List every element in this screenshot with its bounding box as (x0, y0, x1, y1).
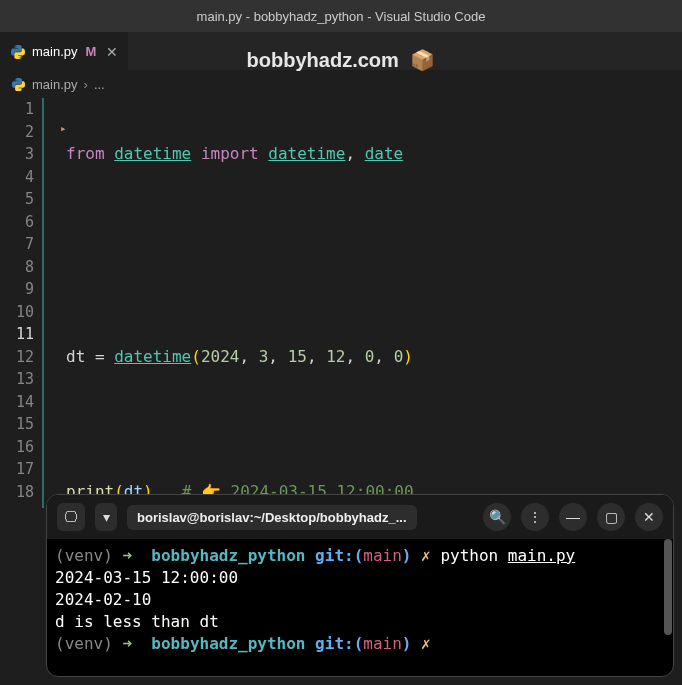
menu-button[interactable]: ⋮ (521, 503, 549, 531)
search-button[interactable]: 🔍 (483, 503, 511, 531)
breadcrumb-file[interactable]: main.py (32, 77, 78, 92)
line-number: 13 (0, 368, 34, 391)
minimize-icon: — (566, 509, 580, 525)
code-editor[interactable]: 1 2 3 4 5 6 7 8 9 10 11 12 13 14 15 16 1… (0, 98, 682, 508)
breadcrumbs[interactable]: main.py › ... (0, 70, 682, 98)
line-number: 12 (0, 346, 34, 369)
tab-dropdown-button[interactable]: ▾ (95, 503, 117, 531)
line-number: 15 (0, 413, 34, 436)
line-number: 14 (0, 391, 34, 414)
breadcrumb-more[interactable]: ... (94, 77, 105, 92)
minimize-button[interactable]: — (559, 503, 587, 531)
scrollbar-thumb[interactable] (664, 539, 672, 635)
line-number: 4 (0, 166, 34, 189)
watermark-text: bobbyhadz.com (247, 49, 399, 71)
close-icon: ✕ (643, 509, 655, 525)
terminal-title[interactable]: borislav@borislav:~/Desktop/bobbyhadz_..… (127, 505, 417, 530)
line-number: 18 (0, 481, 34, 504)
close-button[interactable]: ✕ (635, 503, 663, 531)
line-number: 9 (0, 278, 34, 301)
cube-icon: 📦 (410, 48, 435, 72)
line-number: 2 (0, 121, 34, 144)
terminal-panel: 🖵 ▾ borislav@borislav:~/Desktop/bobbyhad… (46, 494, 674, 677)
maximize-icon: ▢ (605, 509, 618, 525)
window-titlebar: main.py - bobbyhadz_python - Visual Stud… (0, 0, 682, 32)
line-number: 7 (0, 233, 34, 256)
line-number: 5 (0, 188, 34, 211)
terminal-icon: 🖵 (64, 509, 78, 525)
line-number: 6 (0, 211, 34, 234)
window-title: main.py - bobbyhadz_python - Visual Stud… (197, 9, 486, 24)
terminal-output[interactable]: (venv) ➜ bobbyhadz_python git:(main) ✗ p… (47, 539, 673, 661)
menu-icon: ⋮ (528, 509, 542, 525)
line-number: 10 (0, 301, 34, 324)
search-icon: 🔍 (489, 509, 506, 525)
chevron-right-icon: › (84, 77, 88, 92)
line-number: 1 (0, 98, 34, 121)
line-number: 16 (0, 436, 34, 459)
maximize-button[interactable]: ▢ (597, 503, 625, 531)
line-number: 17 (0, 458, 34, 481)
code-line[interactable]: from datetime import datetime, date (66, 143, 682, 166)
line-gutter: 1 2 3 4 5 6 7 8 9 10 11 12 13 14 15 16 1… (0, 98, 42, 508)
watermark: bobbyhadz.com 📦 (0, 48, 682, 72)
line-number: 3 (0, 143, 34, 166)
line-number: 8 (0, 256, 34, 279)
code-line[interactable] (66, 211, 682, 234)
terminal-toolbar: 🖵 ▾ borislav@borislav:~/Desktop/bobbyhad… (47, 495, 673, 539)
terminal-scrollbar[interactable] (663, 539, 673, 676)
code-area[interactable]: from datetime import datetime, date dt =… (48, 98, 682, 508)
line-number: 11 (0, 323, 34, 346)
code-line[interactable] (66, 278, 682, 301)
chevron-down-icon: ▾ (103, 509, 110, 525)
code-line[interactable] (66, 413, 682, 436)
python-file-icon (10, 76, 26, 92)
code-line[interactable]: dt = datetime(2024, 3, 15, 12, 0, 0) (66, 346, 682, 369)
new-tab-button[interactable]: 🖵 (57, 503, 85, 531)
